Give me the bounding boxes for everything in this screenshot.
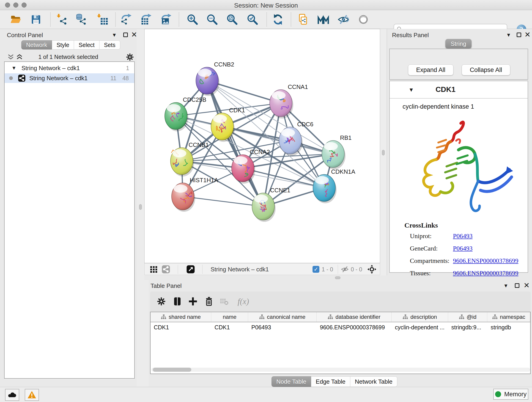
open-session-button[interactable] (9, 13, 22, 26)
node-CDK1[interactable] (211, 113, 234, 142)
splitter-grip[interactable] (335, 276, 341, 279)
crosslink-value-link[interactable]: P06493 (453, 245, 473, 252)
show-all-button[interactable] (357, 13, 370, 26)
column-header-description[interactable]: description (392, 312, 448, 322)
zoom-selected-button[interactable] (246, 13, 259, 26)
hidden-eye-slash-icon[interactable] (341, 265, 349, 274)
entry-description: cyclin-dependent kinase 1 (403, 103, 474, 110)
column-header-canonical-name[interactable]: canonical name (248, 312, 317, 322)
crosslink-value-link[interactable]: 9606.ENSP00000378699 (453, 269, 518, 277)
cell-description[interactable]: cyclin-dependent ... (392, 323, 448, 332)
node-RB1[interactable] (322, 140, 346, 169)
cell-name[interactable]: CDK1 (211, 323, 248, 332)
import-database-button[interactable] (75, 13, 88, 26)
scrollbar-thumb[interactable] (153, 368, 191, 372)
birds-eye-view-icon[interactable] (186, 265, 195, 274)
control-panel-close-icon[interactable]: ✕ (131, 32, 137, 37)
node-HIST1H1A[interactable] (172, 183, 195, 212)
network-canvas[interactable]: CCNB2CCNA1CDC25BCDK1CDC6RB1CCNB1CCNA2CDK… (144, 29, 380, 263)
node-CDC6[interactable] (279, 127, 303, 156)
node-CDKN1A[interactable] (313, 174, 336, 203)
first-neighbors-button[interactable] (317, 13, 330, 26)
tab-edge-table[interactable]: Edge Table (311, 376, 350, 387)
hide-selected-button[interactable] (337, 13, 350, 26)
copy-network-button[interactable] (297, 13, 310, 26)
zoom-out-button[interactable] (206, 13, 219, 26)
tab-network[interactable]: Network (21, 40, 52, 50)
crosslink-value-link[interactable]: P06493 (453, 232, 473, 240)
table-panel-close-icon[interactable]: ✕ (524, 283, 530, 288)
import-table-button[interactable] (96, 13, 109, 26)
node-CCNE1[interactable] (252, 193, 276, 222)
network-row-selected[interactable]: String Network – cdk1 11 48 (5, 73, 134, 83)
table-panel-float-icon[interactable] (515, 283, 519, 288)
node-CCNB2[interactable] (196, 67, 220, 96)
entry-header[interactable]: ▼ CDK1 (390, 81, 528, 99)
node-CCNA2[interactable] (232, 155, 255, 184)
table-options-gear-icon[interactable] (155, 295, 167, 307)
zoom-fit-button[interactable] (226, 13, 239, 26)
tab-sets[interactable]: Sets (99, 40, 120, 50)
tab-style[interactable]: Style (52, 40, 74, 50)
network-collection-row[interactable]: ▼ String Network – cdk1 1 (5, 63, 134, 73)
expand-all-button[interactable]: Expand All (408, 64, 453, 75)
entry-expander-icon[interactable]: ▼ (409, 87, 414, 93)
tab-node-table[interactable]: Node Table (272, 376, 311, 387)
copy-network-icon (297, 13, 309, 26)
control-panel-menu-icon[interactable]: ▼ (112, 32, 117, 38)
collection-label: String Network – cdk1 (22, 65, 80, 72)
export-image-button[interactable] (159, 13, 172, 26)
memory-button[interactable]: Memory (493, 389, 528, 400)
export-table-button[interactable] (139, 13, 152, 26)
right-splitter[interactable] (380, 29, 387, 275)
cell-database-identifier[interactable]: 9606.ENSP00000378699 (317, 323, 392, 332)
splitter-grip[interactable] (139, 204, 142, 210)
cell-namespac[interactable]: stringdb (487, 323, 530, 332)
zoom-fit-icon (226, 13, 238, 26)
show-columns-icon[interactable] (171, 295, 184, 307)
node-CCNA1[interactable] (270, 89, 293, 119)
column-header-shared-name[interactable]: shared name (151, 312, 211, 322)
column-header-name[interactable]: name (211, 312, 248, 322)
cell-shared-name[interactable]: CDK1 (151, 323, 211, 332)
create-column-plus-icon[interactable] (187, 295, 199, 307)
collapse-all-button[interactable]: Collapse All (462, 64, 510, 75)
control-panel-tabs: NetworkStyleSelectSets (21, 40, 120, 50)
save-session-button[interactable] (30, 13, 42, 26)
import-network-button[interactable] (56, 13, 69, 26)
control-panel-float-icon[interactable] (123, 32, 128, 37)
tab-network-table[interactable]: Network Table (350, 376, 397, 387)
selected-nodes-checkbox[interactable]: ✓ (312, 265, 319, 274)
table-horizontal-scrollbar[interactable] (152, 368, 530, 372)
cell-@id[interactable]: stringdb:9... (448, 323, 488, 332)
fit-content-crosshair-icon[interactable] (367, 265, 376, 274)
cloud-status-button[interactable] (5, 389, 19, 401)
results-panel-menu-icon[interactable]: ▼ (506, 32, 511, 38)
grid-view-icon[interactable] (150, 265, 158, 274)
zoom-in-button[interactable] (186, 13, 199, 26)
network-options-gear-icon[interactable] (126, 53, 134, 62)
tab-select[interactable]: Select (74, 40, 99, 50)
splitter-grip[interactable] (382, 150, 385, 155)
column-header-namespac[interactable]: namespac (487, 312, 530, 322)
results-panel-float-icon[interactable] (517, 32, 521, 37)
table-row[interactable]: CDK1CDK1P064939606.ENSP00000378699cyclin… (151, 323, 530, 332)
cell-canonical-name[interactable]: P06493 (248, 323, 317, 332)
node-CCNB1[interactable] (171, 148, 194, 177)
crosslink-value-link[interactable]: 9606.ENSP00000378699 (453, 257, 518, 264)
left-splitter[interactable] (137, 29, 144, 387)
column-header-@id[interactable]: @id (448, 312, 488, 322)
column-header-database-identifier[interactable]: database identifier (317, 312, 392, 322)
export-network-button[interactable] (120, 13, 133, 26)
results-panel-close-icon[interactable]: ✕ (525, 32, 531, 37)
delete-column-trash-icon[interactable] (203, 295, 215, 307)
collection-expander-icon[interactable]: ▼ (12, 65, 17, 71)
crosslink-label: Compartments: (410, 257, 450, 264)
edge-CCNE1-CCNB2[interactable] (207, 81, 263, 206)
tab-string[interactable]: String (445, 39, 472, 49)
refresh-button[interactable] (272, 13, 284, 26)
warning-status-button[interactable] (25, 389, 39, 401)
selected-counts: 1 - 0 (322, 265, 333, 274)
table-panel-menu-icon[interactable]: ▼ (503, 283, 508, 289)
string-view-icon[interactable] (162, 265, 170, 274)
